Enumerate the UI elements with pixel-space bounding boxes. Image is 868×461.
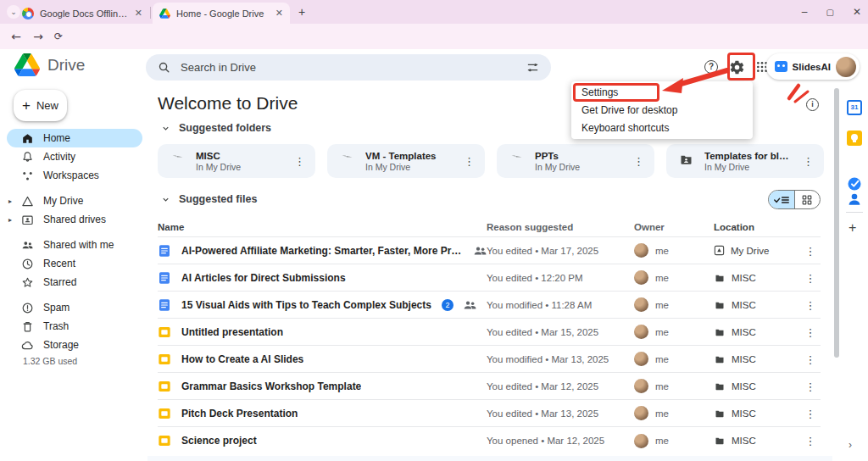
collapse-panel-icon[interactable]: › [849, 439, 852, 451]
more-options-icon[interactable]: ⋮ [802, 408, 820, 420]
grid-view-button[interactable] [794, 191, 821, 208]
location-cell[interactable]: MISC [714, 408, 800, 419]
sidebar-item-label: Shared drives [43, 214, 106, 225]
folder-icon [170, 153, 186, 169]
file-row[interactable]: Science project You opened • Mar 12, 202… [158, 427, 821, 454]
page-title: Welcome to Drive [158, 93, 298, 114]
reason-suggested: You edited • Mar 15, 2025 [487, 327, 634, 337]
location-cell[interactable]: My Drive [714, 245, 800, 256]
folder-name: MISC [196, 151, 281, 161]
slides-file-icon [158, 407, 171, 420]
folder-card[interactable]: VM - Templates In My Drive ⋮ [327, 144, 485, 178]
more-options-icon[interactable]: ⋮ [799, 155, 817, 168]
menu-item[interactable]: Get Drive for desktop [571, 101, 753, 119]
expand-arrow-icon[interactable]: ▸ [8, 216, 12, 224]
sidebar: ▸ Home ▸ Activity ▸ Workspaces ▸ My Driv… [7, 129, 142, 354]
sidebar-item[interactable]: ▸ Shared drives [7, 210, 142, 229]
more-options-icon[interactable]: ⋮ [802, 326, 820, 339]
new-tab-button[interactable]: + [298, 5, 305, 19]
file-row[interactable]: Untitled presentation You edited • Mar 1… [158, 319, 821, 346]
close-window-button[interactable]: ✕ [853, 6, 861, 18]
location-cell[interactable]: MISC [714, 436, 800, 446]
file-row[interactable]: 15 Visual Aids with Tips to Teach Comple… [158, 292, 821, 319]
location-cell[interactable]: MISC [714, 300, 800, 310]
sidebar-item[interactable]: ▸ Trash [7, 317, 142, 336]
more-options-icon[interactable]: ⋮ [630, 155, 648, 168]
folder-card[interactable]: MISC In My Drive ⋮ [158, 144, 315, 178]
more-options-icon[interactable]: ⋮ [802, 299, 820, 312]
file-row[interactable]: Grammar Basics Workshop Template You edi… [158, 373, 821, 400]
location-label: MISC [732, 327, 756, 337]
more-options-icon[interactable]: ⋮ [802, 380, 820, 393]
spam-icon [21, 302, 34, 314]
file-row[interactable]: Pitch Deck Presentation You edited • Mar… [158, 400, 821, 427]
info-icon[interactable]: i [806, 98, 819, 111]
slidesai-button[interactable]: SlidesAI [766, 53, 860, 80]
calendar-icon[interactable]: 31 [847, 100, 862, 115]
sidebar-item[interactable]: ▸ Recent [7, 254, 142, 273]
column-header-owner[interactable]: Owner [634, 222, 714, 232]
location-cell[interactable]: MISC [714, 273, 800, 283]
sidebar-item[interactable]: ▸ Home [7, 129, 142, 147]
column-header-reason[interactable]: Reason suggested [487, 222, 634, 232]
folder-card[interactable]: Templates for blog integration In My Dri… [666, 144, 824, 178]
more-options-icon[interactable]: ⋮ [291, 155, 309, 168]
list-view-button[interactable] [769, 191, 794, 208]
sidebar-item[interactable]: ▸ Activity [7, 147, 142, 166]
sidebar-item[interactable]: ▸ Spam [7, 298, 142, 317]
profile-avatar[interactable] [836, 57, 856, 77]
search-input[interactable]: Search in Drive [146, 54, 551, 81]
more-options-icon[interactable]: ⋮ [802, 353, 820, 366]
browser-tab-active[interactable]: Home - Google Drive ✕ [153, 3, 290, 24]
maximize-button[interactable]: ▢ [826, 8, 833, 17]
column-header-name[interactable]: Name [158, 222, 487, 232]
forward-button[interactable]: → [29, 27, 47, 46]
sidebar-item[interactable]: ▸ Shared with me [7, 236, 142, 254]
more-options-icon[interactable]: ⋮ [802, 245, 820, 258]
file-row[interactable]: AI-Powered Affiliate Marketing: Smarter,… [158, 237, 821, 264]
sidebar-item[interactable]: ▸ Workspaces [7, 166, 142, 185]
drive-logo[interactable]: Drive [14, 53, 85, 76]
contacts-icon[interactable] [847, 192, 862, 207]
list-view-icon [773, 195, 790, 205]
more-options-icon[interactable]: ⋮ [802, 272, 820, 285]
more-options-icon[interactable]: ⋮ [802, 435, 820, 447]
new-button[interactable]: + New [14, 90, 67, 121]
tab-close-icon[interactable]: ✕ [275, 8, 283, 19]
file-row[interactable]: How to Create a AI Slides You modified •… [158, 346, 821, 373]
folder-card[interactable]: PPTs In My Drive ⋮ [497, 144, 654, 178]
help-button[interactable]: ? [700, 56, 722, 78]
column-header-location[interactable]: Location [714, 222, 800, 232]
menu-item[interactable]: Keyboard shortcuts [571, 119, 753, 136]
location-cell[interactable]: MISC [714, 327, 800, 337]
search-options-icon[interactable] [526, 61, 539, 74]
folder-icon [339, 153, 355, 169]
more-options-icon[interactable]: ⋮ [460, 155, 478, 168]
keep-icon[interactable] [847, 131, 862, 146]
scrollbar[interactable] [834, 88, 839, 358]
sidebar-item[interactable]: ▸ Starred [7, 273, 142, 292]
add-app-button[interactable]: + [849, 220, 856, 236]
tab-close-icon[interactable]: ✕ [135, 8, 142, 19]
browser-tab-inactive[interactable]: Google Docs Offline - Chrome ✕ [15, 3, 149, 24]
sidebar-item[interactable]: ▸ Storage [7, 336, 142, 354]
workspaces-icon [21, 169, 34, 182]
expand-arrow-icon[interactable]: ▸ [8, 197, 12, 205]
suggested-folders-header[interactable]: Suggested folders [161, 122, 271, 134]
minimize-button[interactable]: – [802, 6, 808, 18]
file-name: Grammar Basics Workshop Template [181, 380, 361, 392]
location-cell[interactable]: MISC [714, 354, 800, 364]
chevron-down-icon[interactable] [161, 124, 170, 133]
browser-toolbar: ← → ⟳ drive.google.com/drive/home ☆ ⋮ [0, 24, 868, 49]
chevron-down-icon[interactable] [161, 195, 170, 204]
folder-icon [714, 408, 726, 419]
sidebar-item[interactable]: ▸ My Drive [7, 192, 142, 210]
back-button[interactable]: ← [7, 27, 25, 46]
reload-button[interactable]: ⟳ [49, 27, 68, 46]
slides-file-icon [158, 380, 171, 393]
tasks-icon[interactable] [847, 176, 862, 192]
sidebar-item-label: Workspaces [43, 169, 99, 181]
location-cell[interactable]: MISC [714, 381, 800, 392]
suggested-files-header[interactable]: Suggested files [161, 193, 257, 205]
file-row[interactable]: AI Articles for Direct Submissions You e… [158, 264, 821, 292]
